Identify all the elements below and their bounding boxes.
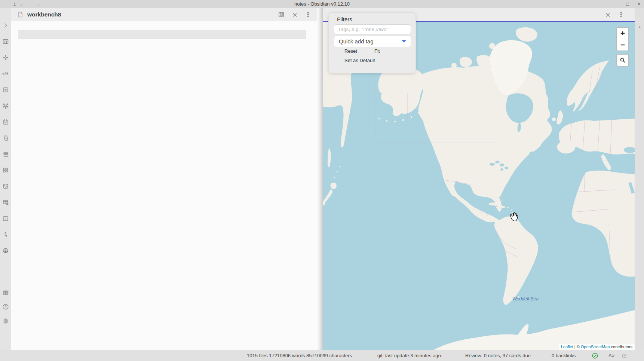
graph-icon[interactable] <box>0 98 11 114</box>
preview-toggle-icon[interactable] <box>277 11 285 18</box>
titlebar: 1 ← → notes - Obsidian v0.12.10 − □ × <box>0 0 644 9</box>
reset-button[interactable]: Reset <box>344 48 357 54</box>
move-icon[interactable] <box>0 49 11 65</box>
zoom-in-button[interactable]: + <box>617 28 628 39</box>
filters-panel: Filters Quick add tag Reset Fit Set as D… <box>328 12 416 73</box>
tab-title: workbench8 <box>27 11 61 18</box>
dice-icon[interactable] <box>0 178 11 194</box>
squiggle-icon[interactable] <box>0 226 11 242</box>
close-pane-icon[interactable] <box>291 11 298 18</box>
left-pane-header: workbench8 <box>11 8 317 21</box>
text-case-indicator[interactable]: Aa <box>608 352 614 359</box>
git-status[interactable]: git: last update 3 minutes ago.. <box>377 350 444 361</box>
leaflet-link[interactable]: Leaflet <box>561 345 573 349</box>
copy-pages-icon[interactable] <box>0 130 11 146</box>
minimize-button[interactable]: − <box>613 0 619 8</box>
more-options-icon[interactable] <box>304 11 312 18</box>
left-pane: workbench8 <box>11 8 317 350</box>
obsidian-app: 1 ← → notes - Obsidian v0.12.10 − □ × <% <box>0 0 644 361</box>
settings-gear-icon[interactable] <box>0 314 11 328</box>
right-sidebar-collapsed: ‹ <box>635 8 644 350</box>
status-bar: 1015 files 17210806 words 85710099 chara… <box>0 350 644 361</box>
review-status[interactable]: Review: 0 notes, 37 cards due <box>465 350 531 361</box>
word-count-status: 1015 files 17210806 words 85710099 chara… <box>247 350 352 361</box>
filters-title: Filters <box>337 16 352 22</box>
expand-sidebar-icon[interactable] <box>0 17 11 33</box>
calendar-day-icon[interactable]: 1 <box>0 210 11 226</box>
editor-area[interactable] <box>11 21 317 350</box>
maximize-button[interactable]: □ <box>625 0 631 8</box>
svg-text:1: 1 <box>5 217 7 221</box>
close-map-pane-icon[interactable] <box>604 11 611 18</box>
svg-text:<%: <% <box>2 71 8 76</box>
quick-add-tag-label: Quick add tag <box>339 38 374 45</box>
fit-button[interactable]: Fit <box>374 48 380 54</box>
table-settings-icon[interactable] <box>0 194 11 210</box>
expand-right-sidebar-icon[interactable]: ‹ <box>635 23 644 31</box>
map-attribution: Leaflet | © OpenStreetMap contributors <box>559 344 635 350</box>
set-as-default-button[interactable]: Set as Default <box>344 58 375 63</box>
osm-link[interactable]: OpenStreetMap <box>581 345 610 349</box>
island-hokkaido <box>331 183 337 189</box>
window-title: notes - Obsidian v0.12.10 <box>0 0 644 8</box>
close-window-button[interactable]: × <box>636 0 642 8</box>
left-ribbon: <% 1 <box>0 8 11 350</box>
backlinks-status[interactable]: 0 backlinks <box>552 350 576 361</box>
globe-map-icon[interactable] <box>0 242 11 258</box>
zoom-control: + − <box>616 27 629 51</box>
camera-icon[interactable] <box>0 285 11 300</box>
help-icon[interactable] <box>0 300 11 314</box>
empty-line-block <box>18 30 306 39</box>
tags-filter-input[interactable] <box>334 24 411 34</box>
weddell-sea-label: Weddell Sea <box>512 296 539 302</box>
map-more-options-icon[interactable] <box>617 11 625 18</box>
chevron-down-icon <box>402 40 406 43</box>
device-icon[interactable] <box>622 354 626 358</box>
blocks-icon[interactable] <box>0 162 11 178</box>
calendar-check-icon[interactable] <box>0 114 11 130</box>
zoom-out-button[interactable]: − <box>617 39 628 51</box>
templater-percent-icon[interactable]: <% <box>0 65 11 82</box>
table-icon[interactable] <box>0 33 11 49</box>
hand-cursor <box>509 210 519 223</box>
import-box-icon[interactable] <box>0 82 11 98</box>
check-circle-icon[interactable] <box>592 353 598 359</box>
attribution-suffix: contributors <box>610 345 632 349</box>
search-icon <box>620 57 626 63</box>
file-icon <box>16 11 24 18</box>
card-stack-icon[interactable] <box>0 146 11 162</box>
attribution-separator: | © <box>573 345 581 349</box>
quick-add-tag-dropdown[interactable]: Quick add tag <box>334 36 411 47</box>
map-search-button[interactable] <box>616 54 629 67</box>
pane-divider[interactable] <box>317 8 323 350</box>
